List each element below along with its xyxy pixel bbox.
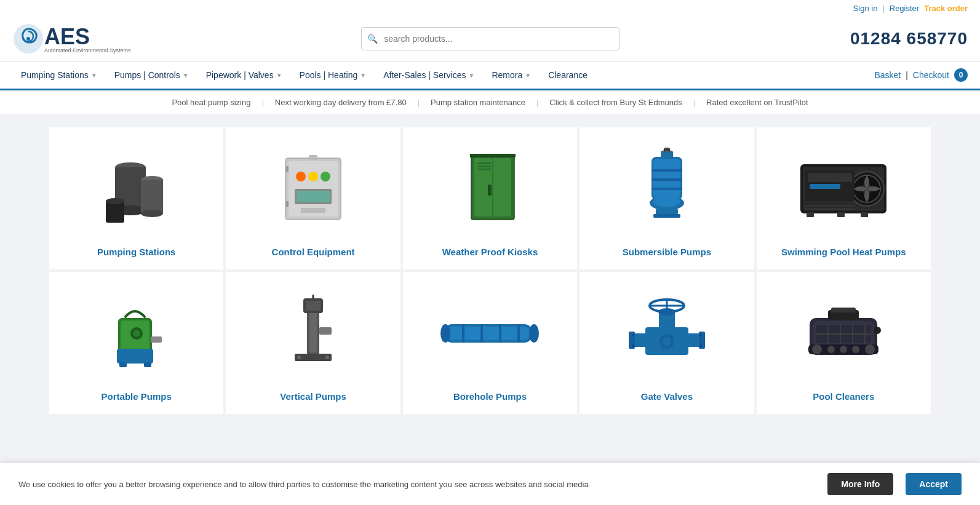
product-label-control-equipment: Control Equipment <box>272 247 355 257</box>
nav-item-pools-heating[interactable]: Pools | Heating ▼ <box>291 62 375 89</box>
main-nav: Pumping Stations ▼ Pumps | Controls ▼ Pi… <box>0 62 980 90</box>
svg-rect-35 <box>651 188 682 190</box>
svg-point-13 <box>308 172 318 181</box>
products-section: Pumping Stations <box>0 115 980 426</box>
svg-point-103 <box>865 344 875 354</box>
signin-link[interactable]: Sign in <box>853 4 878 13</box>
header: AES Automated Environmental Systems 🔍 01… <box>0 17 980 62</box>
logo-area[interactable]: AES Automated Environmental Systems <box>12 23 131 55</box>
svg-point-58 <box>133 330 140 337</box>
svg-point-14 <box>321 172 330 181</box>
top-bar-sep1: | <box>882 4 884 13</box>
product-image-vertical-pumps <box>264 290 362 376</box>
svg-rect-17 <box>301 208 325 213</box>
info-item-4[interactable]: Click & collect from Bury St Edmunds <box>538 98 693 107</box>
product-label-swimming-pool-heat-pumps: Swimming Pool Heat Pumps <box>781 247 906 257</box>
product-card-swimming-pool-heat-pumps[interactable]: Swimming Pool Heat Pumps <box>757 127 931 269</box>
svg-point-88 <box>632 334 634 336</box>
track-order-link[interactable]: Track order <box>924 4 968 13</box>
product-image-portable-pumps <box>87 290 186 376</box>
svg-rect-20 <box>286 201 289 207</box>
search-icon: 🔍 <box>367 34 378 44</box>
svg-rect-19 <box>286 166 289 172</box>
nav-item-pumping-stations[interactable]: Pumping Stations ▼ <box>12 62 106 89</box>
product-image-weather-proof-kiosks <box>440 146 539 232</box>
nav-item-clearance[interactable]: Clearance <box>540 62 596 89</box>
svg-rect-28 <box>477 169 491 170</box>
logo-subtitle: Automated Environmental Systems <box>44 47 131 54</box>
svg-rect-16 <box>297 191 330 202</box>
svg-point-1 <box>26 37 30 41</box>
svg-point-93 <box>663 337 671 346</box>
nav-item-pipework-valves[interactable]: Pipework | Valves ▼ <box>197 62 291 89</box>
search-input[interactable] <box>361 27 619 50</box>
product-card-control-equipment[interactable]: Control Equipment <box>226 127 400 269</box>
chevron-down-icon: ▼ <box>91 72 97 79</box>
product-card-pool-cleaners[interactable]: Pool Cleaners <box>757 272 931 414</box>
svg-rect-6 <box>141 180 163 213</box>
svg-point-68 <box>325 356 329 359</box>
svg-rect-64 <box>306 301 321 311</box>
svg-point-99 <box>812 344 822 354</box>
svg-point-91 <box>699 344 702 347</box>
product-card-pumping-stations[interactable]: Pumping Stations <box>49 127 223 269</box>
svg-rect-55 <box>117 349 153 364</box>
info-item-3[interactable]: Pump station maintenance <box>420 98 536 107</box>
svg-rect-60 <box>144 362 151 367</box>
top-bar: Sign in | Register Track order <box>0 0 980 17</box>
svg-rect-46 <box>808 173 852 182</box>
product-label-borehole-pumps: Borehole Pumps <box>453 391 527 402</box>
svg-rect-38 <box>656 209 678 215</box>
svg-point-89 <box>632 344 634 347</box>
info-item-1[interactable]: Pool heat pump sizing <box>161 98 261 107</box>
svg-rect-18 <box>309 155 317 160</box>
product-card-borehole-pumps[interactable]: Borehole Pumps <box>403 272 577 414</box>
info-item-2[interactable]: Next working day delivery from £7.80 <box>264 98 418 107</box>
svg-rect-33 <box>651 169 682 172</box>
info-bar: Pool heat pump sizing | Next working day… <box>0 90 980 115</box>
svg-point-110 <box>874 327 881 334</box>
aes-logo-icon <box>12 23 44 55</box>
svg-rect-24 <box>488 185 492 196</box>
search-bar: 🔍 <box>361 27 619 50</box>
svg-point-12 <box>296 172 306 181</box>
product-card-portable-pumps[interactable]: Portable Pumps <box>49 272 223 414</box>
svg-rect-52 <box>861 212 868 217</box>
info-item-5[interactable]: Rated excellent on TrustPilot <box>695 98 819 107</box>
svg-rect-51 <box>837 212 845 217</box>
register-link[interactable]: Register <box>890 4 919 13</box>
svg-point-67 <box>297 356 301 359</box>
checkout-link[interactable]: Checkout <box>913 70 949 80</box>
product-card-gate-valves[interactable]: Gate Valves <box>580 272 754 414</box>
svg-point-90 <box>699 334 702 336</box>
chevron-down-icon: ▼ <box>360 72 366 79</box>
chevron-down-icon: ▼ <box>525 72 531 79</box>
svg-rect-75 <box>480 324 483 343</box>
svg-rect-59 <box>119 362 127 367</box>
product-image-pumping-stations <box>87 146 186 232</box>
product-image-pool-cleaners <box>794 290 893 376</box>
product-grid-row1: Pumping Stations <box>49 127 931 269</box>
basket-link[interactable]: Basket <box>874 70 901 80</box>
svg-rect-25 <box>470 154 516 157</box>
product-label-submersible-pumps: Submersible Pumps <box>623 247 711 257</box>
nav-item-remora[interactable]: Remora ▼ <box>483 62 540 89</box>
svg-rect-26 <box>477 162 491 164</box>
chevron-down-icon: ▼ <box>183 72 189 79</box>
svg-rect-34 <box>651 178 682 181</box>
cart-count-badge[interactable]: 0 <box>954 68 968 82</box>
product-image-submersible-pumps <box>618 146 716 232</box>
product-card-weather-proof-kiosks[interactable]: Weather Proof Kiosks <box>403 127 577 269</box>
product-image-borehole-pumps <box>440 290 539 376</box>
svg-rect-77 <box>517 324 520 343</box>
product-card-vertical-pumps[interactable]: Vertical Pumps <box>226 272 400 414</box>
svg-point-100 <box>827 346 835 353</box>
product-label-pool-cleaners: Pool Cleaners <box>813 391 874 402</box>
nav-item-pumps-controls[interactable]: Pumps | Controls ▼ <box>106 62 197 89</box>
logo-text: AES <box>44 24 90 49</box>
svg-rect-27 <box>477 165 491 167</box>
product-card-submersible-pumps[interactable]: Submersible Pumps <box>580 127 754 269</box>
nav-item-aftersales-services[interactable]: After-Sales | Services ▼ <box>375 62 483 89</box>
chevron-down-icon: ▼ <box>276 72 282 79</box>
svg-rect-76 <box>499 324 501 343</box>
